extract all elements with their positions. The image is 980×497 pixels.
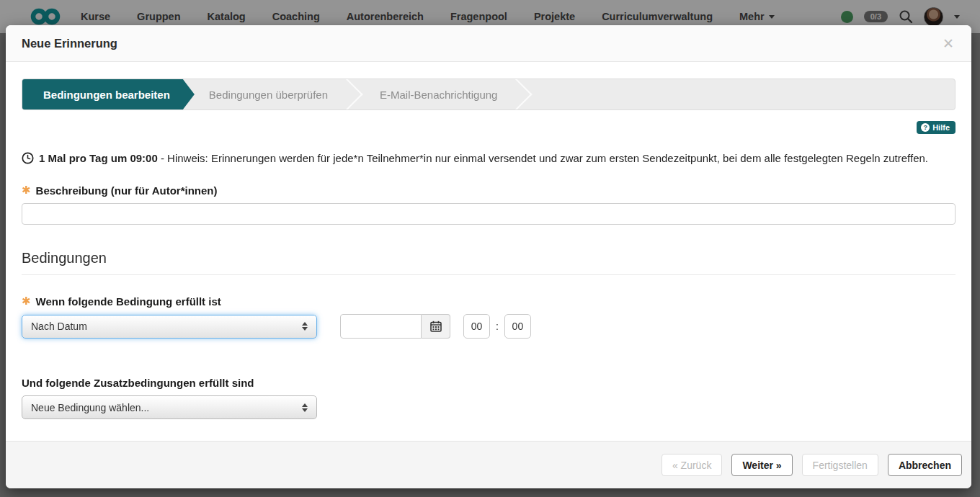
next-button[interactable]: Weiter » xyxy=(731,454,792,476)
primary-condition-label-row: ✱ Wenn folgende Bedingung erfüllt ist xyxy=(22,295,956,308)
wizard-breadcrumb: Bedingungen bearbeiten Bedingungen überp… xyxy=(22,79,956,110)
conditions-section-heading: Bedingungen xyxy=(22,250,956,275)
calendar-button[interactable] xyxy=(422,314,450,339)
additional-condition-row: Neue Bedingung wählen... xyxy=(22,395,956,419)
additional-condition-value: Neue Bedingung wählen... xyxy=(31,402,149,413)
modal-footer: « Zurück Weiter » Fertigstellen Abbreche… xyxy=(6,441,971,488)
clock-icon xyxy=(22,152,34,164)
date-input[interactable] xyxy=(340,314,422,339)
finish-button[interactable]: Fertigstellen xyxy=(802,454,878,476)
cancel-button[interactable]: Abbrechen xyxy=(888,454,962,476)
condition-type-value: Nach Datum xyxy=(31,321,87,332)
question-circle-icon xyxy=(921,123,930,132)
wizard-step-separator-icon xyxy=(516,79,535,109)
description-label: Beschreibung (nur für Autor*innen) xyxy=(36,184,218,197)
select-caret-icon xyxy=(302,322,308,331)
condition-type-select[interactable]: Nach Datum xyxy=(22,315,317,339)
wizard-step-review-conditions[interactable]: Bedingungen überprüfen xyxy=(195,79,347,109)
required-marker: ✱ xyxy=(22,184,31,197)
help-label: Hilfe xyxy=(932,123,950,132)
hour-input[interactable] xyxy=(463,314,490,339)
calendar-icon xyxy=(430,321,442,332)
schedule-hint: - Hinweis: Erinnerungen werden für jede*… xyxy=(158,152,928,164)
modal-title: Neue Erinnerung xyxy=(22,37,117,50)
help-row: Hilfe xyxy=(22,121,956,134)
schedule-frequency: 1 Mal pro Tag um 09:00 xyxy=(39,152,158,164)
modal-header: Neue Erinnerung ✕ xyxy=(6,25,971,62)
close-icon[interactable]: ✕ xyxy=(943,37,954,50)
time-separator: : xyxy=(496,321,499,332)
additional-conditions-label: Und folgende Zusatzbedingungen erfüllt s… xyxy=(22,377,956,389)
description-input[interactable] xyxy=(22,203,956,225)
schedule-text: 1 Mal pro Tag um 09:00 - Hinweis: Erinne… xyxy=(39,152,928,164)
schedule-info: 1 Mal pro Tag um 09:00 - Hinweis: Erinne… xyxy=(22,152,956,164)
modal-body: Bedingungen bearbeiten Bedingungen überp… xyxy=(6,62,971,441)
condition-controls-row: Nach Datum : xyxy=(22,314,956,339)
wizard-step-separator-icon xyxy=(347,79,365,109)
wizard-step-email-notification[interactable]: E-Mail-Benachrichtigung xyxy=(365,79,516,109)
select-caret-icon xyxy=(302,403,308,412)
new-reminder-modal: Neue Erinnerung ✕ Bedingungen bearbeiten… xyxy=(6,25,971,488)
minute-input[interactable] xyxy=(504,314,531,339)
description-label-row: ✱ Beschreibung (nur für Autor*innen) xyxy=(22,184,956,197)
wizard-step-edit-conditions[interactable]: Bedingungen bearbeiten xyxy=(22,79,195,109)
time-picker-group: : xyxy=(463,314,531,339)
date-picker-group xyxy=(340,314,450,339)
back-button[interactable]: « Zurück xyxy=(662,454,722,476)
additional-condition-select[interactable]: Neue Bedingung wählen... xyxy=(22,395,317,419)
help-button[interactable]: Hilfe xyxy=(917,121,956,134)
required-marker: ✱ xyxy=(22,295,31,308)
primary-condition-label: Wenn folgende Bedingung erfüllt ist xyxy=(36,295,221,308)
